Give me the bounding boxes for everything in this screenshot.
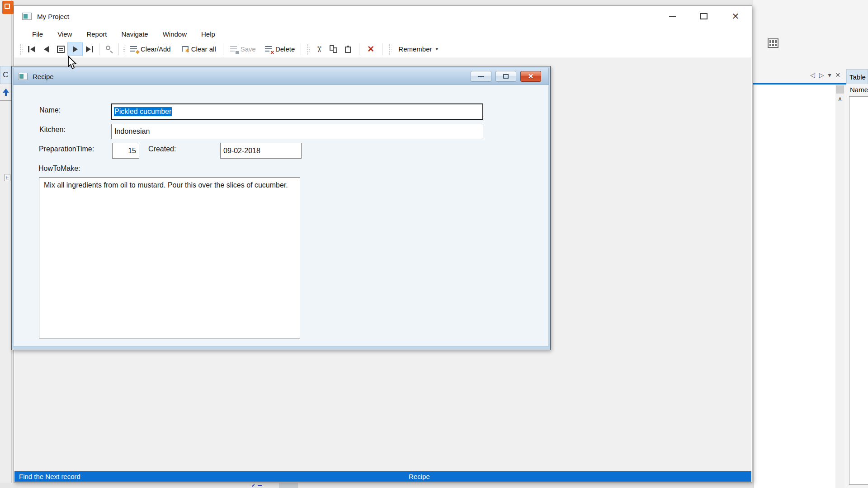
recipe-window-title: Recipe bbox=[33, 73, 54, 80]
scrollbar-thumb[interactable] bbox=[836, 85, 844, 94]
copy-button[interactable] bbox=[326, 43, 340, 56]
how-to-make-label: HowToMake: bbox=[38, 164, 80, 173]
table-grid-icon bbox=[768, 38, 778, 48]
toolbar: ✱ Clear/Add ✱ Clear all Save ✕ Delete ✂ … bbox=[14, 41, 752, 57]
maximize-icon bbox=[700, 13, 708, 19]
last-record-button[interactable] bbox=[82, 43, 97, 56]
clear-all-button[interactable]: ✱ Clear all bbox=[179, 43, 218, 56]
pin-up-arrow-icon bbox=[3, 89, 9, 98]
menu-navigate[interactable]: Navigate bbox=[121, 30, 148, 38]
delete-button[interactable]: ✕ Delete bbox=[263, 43, 297, 56]
nav-left-icon[interactable]: ◁ bbox=[810, 71, 815, 79]
name-input[interactable]: Pickled cucumber bbox=[111, 103, 483, 120]
close-panel-icon[interactable]: ✕ bbox=[835, 71, 841, 79]
delete-icon: ✕ bbox=[265, 46, 273, 53]
menu-view[interactable]: View bbox=[57, 30, 72, 38]
cut-icon: ✂ bbox=[315, 46, 323, 52]
statusbar: Find the Next record Recipe bbox=[14, 471, 751, 482]
created-label: Created: bbox=[148, 145, 176, 153]
background-blue-bar bbox=[258, 485, 262, 486]
left-panel-divider bbox=[0, 100, 12, 101]
window-title: My Project bbox=[37, 13, 69, 20]
panel-scrollbar[interactable]: ∧ bbox=[835, 85, 844, 488]
background-gray-block bbox=[279, 483, 298, 488]
copy-icon bbox=[330, 45, 337, 53]
clear-all-icon: ✱ bbox=[182, 46, 189, 52]
minimize-button[interactable] bbox=[662, 9, 682, 23]
dropdown-icon[interactable]: ▾ bbox=[828, 71, 831, 79]
created-input[interactable]: 09-02-2018 bbox=[220, 143, 302, 159]
kitchen-label: Kitchen: bbox=[39, 126, 66, 134]
background-app-icon-orange bbox=[2, 1, 14, 14]
recipe-titlebar[interactable]: Recipe ✕ bbox=[13, 68, 549, 85]
selected-text: Pickled cucumber bbox=[114, 107, 172, 116]
how-to-make-textarea[interactable]: Mix all ingredients from oil to mustard.… bbox=[39, 177, 300, 338]
app-window-icon bbox=[22, 13, 32, 20]
column-header-name: Name bbox=[850, 86, 868, 94]
save-button[interactable]: Save bbox=[228, 43, 258, 56]
close-icon: ✕ bbox=[732, 12, 740, 21]
background-left-tab: C bbox=[0, 66, 11, 84]
close-icon: ✕ bbox=[528, 72, 534, 80]
toolbar-grip[interactable] bbox=[388, 44, 392, 55]
background-bottom-strip bbox=[0, 483, 868, 488]
recipe-form: Name: Pickled cucumber Kitchen: Indonesi… bbox=[13, 85, 549, 347]
toolbar-grip[interactable] bbox=[123, 44, 126, 55]
recipe-window: Recipe ✕ Name: Pickled cucumber Kitchen:… bbox=[11, 66, 551, 350]
preparation-time-label: PreparationTime: bbox=[39, 145, 94, 153]
background-right-panel: ◁ ▷ ▾ ✕ Table ∧ Name bbox=[753, 0, 868, 488]
recipe-restore-button[interactable] bbox=[495, 71, 516, 82]
paste-button[interactable] bbox=[340, 43, 355, 56]
tab-table[interactable]: Table bbox=[846, 69, 868, 84]
kitchen-input[interactable]: Indonesian bbox=[111, 124, 483, 139]
minimize-icon bbox=[669, 16, 676, 17]
form-icon bbox=[57, 46, 65, 53]
toolbar-grip[interactable] bbox=[19, 44, 23, 55]
panel-toolbar: ◁ ▷ ▾ ✕ bbox=[810, 71, 840, 79]
search-icon bbox=[105, 45, 113, 53]
maximize-button[interactable] bbox=[694, 9, 714, 23]
minimize-icon bbox=[478, 76, 484, 77]
menu-report[interactable]: Report bbox=[86, 30, 107, 38]
panel-grid-box bbox=[849, 96, 868, 485]
remember-dropdown-button[interactable]: Remember▾ bbox=[396, 43, 440, 56]
background-check-glyph: ✓ bbox=[251, 483, 255, 488]
next-record-button[interactable] bbox=[68, 43, 82, 56]
clear-add-icon: ✱ bbox=[130, 46, 138, 53]
save-icon bbox=[230, 46, 238, 53]
menu-file[interactable]: File bbox=[32, 30, 43, 38]
previous-record-button[interactable] bbox=[39, 43, 53, 56]
cancel-button[interactable]: ✕ bbox=[363, 43, 378, 56]
recipe-minimize-button[interactable] bbox=[471, 71, 491, 82]
find-button[interactable] bbox=[102, 43, 116, 56]
restore-icon bbox=[503, 74, 509, 79]
close-button[interactable]: ✕ bbox=[726, 9, 745, 23]
nav-right-icon[interactable]: ▷ bbox=[819, 71, 824, 79]
paste-icon bbox=[345, 47, 351, 53]
preparation-time-input[interactable]: 15 bbox=[112, 143, 139, 159]
panel-content-area bbox=[753, 84, 835, 488]
menu-window[interactable]: Window bbox=[163, 30, 187, 38]
titlebar: My Project ✕ bbox=[14, 6, 752, 27]
status-panel-name: Recipe bbox=[409, 473, 430, 480]
form-view-button[interactable] bbox=[53, 43, 68, 56]
recipe-window-icon bbox=[18, 73, 28, 80]
background-left-glyph: E bbox=[4, 174, 10, 181]
cut-button[interactable]: ✂ bbox=[311, 43, 326, 56]
scroll-up-icon[interactable]: ∧ bbox=[835, 95, 844, 102]
first-record-button[interactable] bbox=[24, 43, 39, 56]
clear-add-button[interactable]: ✱ Clear/Add bbox=[128, 43, 173, 56]
menubar: File View Report Navigate Window Help bbox=[14, 27, 752, 41]
recipe-close-button[interactable]: ✕ bbox=[520, 71, 541, 82]
status-message: Find the Next record bbox=[19, 473, 80, 480]
red-x-icon: ✕ bbox=[367, 45, 374, 53]
menu-help[interactable]: Help bbox=[201, 30, 215, 38]
toolbar-grip[interactable] bbox=[307, 44, 310, 55]
name-label: Name: bbox=[39, 106, 61, 114]
chevron-down-icon: ▾ bbox=[435, 46, 438, 52]
